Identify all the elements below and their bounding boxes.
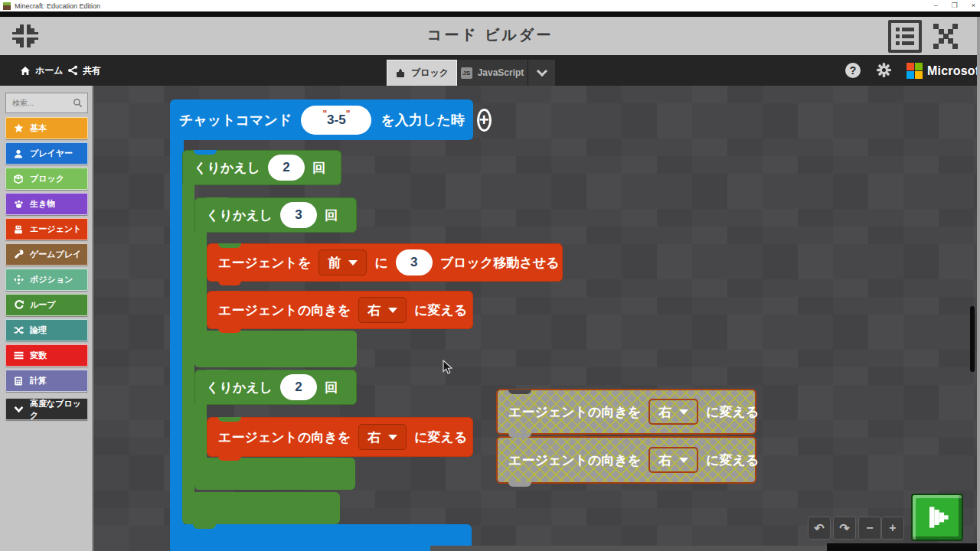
direction-dropdown[interactable]: 右 xyxy=(358,297,407,323)
shuffle-icon xyxy=(13,325,24,336)
calculator-icon xyxy=(13,376,24,386)
cube-icon xyxy=(13,174,24,184)
share-icon xyxy=(67,65,78,76)
agent-turn-block-disabled-1[interactable]: エージェントの向きを 右 に変える xyxy=(496,389,756,435)
sidebar-item-player[interactable]: プレイヤー xyxy=(5,142,88,165)
app-window: Minecraft: Education Edition – ❐ × コード ビ… xyxy=(0,0,980,551)
puzzle-icon xyxy=(395,68,406,78)
close-x-icon[interactable] xyxy=(931,23,960,50)
play-button[interactable] xyxy=(911,494,963,541)
code-builder-header: コード ビルダー xyxy=(0,17,980,55)
bottom-edge-strip xyxy=(430,546,828,551)
repeat-count-input[interactable]: 3 xyxy=(280,202,317,228)
toolbar: ホーム 共有 ブロック JS JavaScript ? xyxy=(0,55,980,86)
sidebar-item-positions[interactable]: ポジション xyxy=(5,269,88,291)
block-category-sidebar: 基本 プレイヤー ブロック 生き物 エージェント ゲームプレイ ポジション ル xyxy=(0,86,93,551)
chat-command-block[interactable]: チャットコマンド " 3-5 " を入力した時 + xyxy=(170,99,473,140)
tab-blocks[interactable]: ブロック xyxy=(387,60,457,86)
direction-dropdown[interactable]: 右 xyxy=(648,447,698,473)
sidebar-item-gameplay[interactable]: ゲームプレイ xyxy=(5,243,88,266)
repeat-block-inner-1[interactable]: くりかえし 3 回 xyxy=(194,197,357,233)
agent-robot-icon xyxy=(13,224,24,235)
sidebar-item-advanced[interactable]: 高度なブロック xyxy=(5,398,88,420)
gear-icon[interactable] xyxy=(876,62,892,78)
search-box[interactable] xyxy=(5,93,88,113)
variables-lines-icon xyxy=(13,350,24,361)
repeat-inner-1-spine xyxy=(194,232,207,332)
sidebar-item-basic[interactable]: 基本 xyxy=(5,117,88,139)
agent-turn-block-2[interactable]: エージェントの向きを 右 に変える xyxy=(207,417,473,457)
dropdown-arrow-icon xyxy=(679,458,688,463)
dropdown-arrow-icon xyxy=(348,260,358,266)
minecraft-app-icon xyxy=(3,2,11,10)
player-icon xyxy=(13,148,24,159)
agent-move-block[interactable]: エージェントを 前 に 3 ブロック移動させる xyxy=(207,243,563,282)
sidebar-item-blocks[interactable]: ブロック xyxy=(5,168,88,190)
direction-dropdown[interactable]: 右 xyxy=(358,424,407,450)
microsoft-squares-icon xyxy=(906,63,923,79)
sidebar-item-math[interactable]: 計算 xyxy=(5,370,88,392)
zoom-in-button[interactable]: + xyxy=(881,517,904,540)
workspace-scrollbar[interactable] xyxy=(970,306,975,372)
close-window-button[interactable]: × xyxy=(972,0,975,11)
microsoft-logo: Microsoft xyxy=(906,63,980,79)
star-icon xyxy=(13,123,24,134)
sidebar-item-agent[interactable]: エージェント xyxy=(5,218,88,240)
search-input[interactable] xyxy=(6,99,73,107)
repeat-count-input[interactable]: 2 xyxy=(268,155,305,181)
repeat-outer-footer xyxy=(182,492,340,524)
repeat-block-outer[interactable]: くりかえし 2 回 xyxy=(182,150,341,185)
move-count-input[interactable]: 3 xyxy=(396,249,433,276)
repeat-outer-spine xyxy=(182,184,194,493)
position-cross-icon xyxy=(13,275,24,285)
page-title: コード ビルダー xyxy=(0,25,980,45)
repeat-inner-2-spine xyxy=(194,404,207,465)
chevron-down-icon xyxy=(536,65,547,76)
window-right-edge xyxy=(977,17,980,551)
expand-plus-icon[interactable]: + xyxy=(477,109,492,132)
sidebar-item-mobs[interactable]: 生き物 xyxy=(5,193,88,215)
share-button[interactable]: 共有 xyxy=(67,55,101,86)
agent-turn-block-1[interactable]: エージェントの向きを 右 に変える xyxy=(207,291,473,329)
repeat-block-inner-2[interactable]: くりかえし 2 回 xyxy=(194,370,357,405)
sidebar-item-variables[interactable]: 変数 xyxy=(5,344,88,367)
agent-turn-block-disabled-2[interactable]: エージェントの向きを 右 に変える xyxy=(496,436,756,484)
list-icon[interactable] xyxy=(888,20,922,53)
window-title: Minecraft: Education Edition xyxy=(15,2,100,10)
loop-arrow-icon xyxy=(13,300,24,311)
editor-tabs: ブロック JS JavaScript xyxy=(387,60,555,86)
help-button[interactable]: ? xyxy=(845,63,861,78)
sidebar-item-loops[interactable]: ループ xyxy=(5,294,88,316)
repeat-inner-1-footer xyxy=(194,331,357,367)
direction-dropdown[interactable]: 右 xyxy=(648,399,698,425)
wrench-icon xyxy=(13,249,24,260)
play-icon xyxy=(922,502,952,533)
dropdown-arrow-icon xyxy=(388,308,397,313)
redo-button[interactable]: ↷ xyxy=(833,517,856,540)
zoom-out-button[interactable]: − xyxy=(858,517,881,540)
minimize-button[interactable]: – xyxy=(934,0,938,11)
home-button[interactable]: ホーム xyxy=(20,55,64,86)
tab-javascript[interactable]: JS JavaScript xyxy=(457,60,528,86)
tab-dropdown-button[interactable] xyxy=(528,60,555,86)
direction-dropdown[interactable]: 前 xyxy=(318,249,367,276)
dropdown-arrow-icon xyxy=(679,409,688,415)
mouse-cursor xyxy=(443,360,453,375)
chat-command-input[interactable]: " 3-5 " xyxy=(301,106,371,135)
block-workspace[interactable]: チャットコマンド " 3-5 " を入力した時 + くりかえし 2 回 くりかえ… xyxy=(93,86,980,551)
chevron-down-icon xyxy=(13,404,24,415)
dropdown-arrow-icon xyxy=(388,435,397,440)
search-icon xyxy=(73,98,83,108)
repeat-inner-2-footer xyxy=(194,458,355,490)
undo-button[interactable]: ↶ xyxy=(808,517,831,540)
paw-icon xyxy=(13,199,24,210)
bottom-edge-dark xyxy=(827,543,980,551)
os-titlebar: Minecraft: Education Edition – ❐ × xyxy=(0,0,980,11)
sidebar-item-logic[interactable]: 論理 xyxy=(5,319,88,341)
maximize-button[interactable]: ❐ xyxy=(952,0,958,11)
window-divider xyxy=(0,11,980,17)
repeat-count-input[interactable]: 2 xyxy=(280,374,317,400)
javascript-icon: JS xyxy=(461,67,472,79)
chat-command-block-footer xyxy=(170,524,472,551)
home-icon xyxy=(20,66,31,76)
